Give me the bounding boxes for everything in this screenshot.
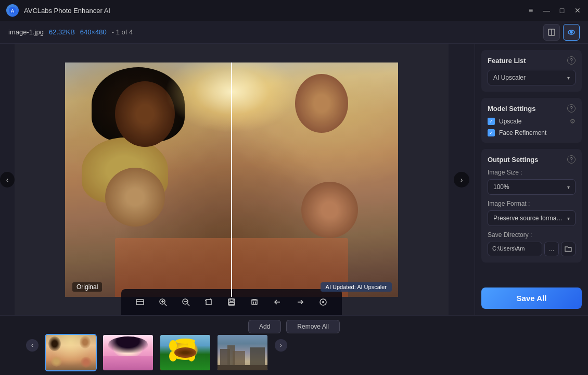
add-button[interactable]: Add bbox=[248, 320, 281, 333]
svg-rect-22 bbox=[252, 300, 257, 305]
scroll-left-button[interactable]: ‹ bbox=[26, 339, 39, 352]
right-panel: Feature List ? AI Upscaler ▾ Model Setti… bbox=[475, 44, 588, 315]
save-dir-label: Save Directory : bbox=[488, 231, 576, 239]
app-title: AVCLabs Photo Enhancer AI bbox=[24, 7, 527, 15]
add-remove-buttons: Add Remove All bbox=[248, 320, 340, 333]
file-size: 62.32KB bbox=[49, 28, 75, 36]
svg-rect-20 bbox=[229, 303, 234, 305]
file-name: image-1.jpg bbox=[8, 28, 44, 36]
thumb3-bg bbox=[160, 335, 210, 370]
face-refinement-row: Face Refinement bbox=[488, 129, 576, 136]
window-controls: ≡ — □ ✕ bbox=[527, 6, 582, 15]
output-settings-title: Output Settings bbox=[488, 156, 539, 164]
svg-rect-6 bbox=[136, 299, 144, 305]
resize-view-button[interactable] bbox=[543, 24, 560, 41]
photo-canvas: Original AI Updated: AI Upscaler bbox=[65, 63, 398, 297]
image-viewer: Original AI Updated: AI Upscaler bbox=[15, 44, 449, 315]
output-settings-section: Output Settings ? Image Size : 100% ▾ Im… bbox=[481, 149, 582, 262]
save-dir-input[interactable]: C:\Users\Am bbox=[488, 242, 542, 256]
svg-line-13 bbox=[187, 304, 189, 306]
title-bar: A AVCLabs Photo Enhancer AI ≡ — □ ✕ bbox=[0, 0, 588, 21]
next-image-button[interactable]: › bbox=[454, 172, 469, 188]
image-format-arrow: ▾ bbox=[567, 216, 570, 221]
save-dir-folder-button[interactable] bbox=[561, 242, 576, 256]
svg-point-5 bbox=[570, 31, 572, 33]
scroll-right-button[interactable]: › bbox=[275, 339, 287, 352]
file-count: - 1 of 4 bbox=[112, 28, 540, 36]
app-logo: A bbox=[6, 4, 19, 17]
image-size-label: Image Size : bbox=[488, 169, 576, 176]
compare-button[interactable] bbox=[315, 294, 331, 310]
prev-image-button[interactable]: ‹ bbox=[0, 172, 15, 188]
left-nav: ‹ bbox=[0, 44, 15, 315]
model-settings-title: Model Settings bbox=[488, 105, 535, 113]
thumbnail-1[interactable] bbox=[45, 334, 97, 371]
output-settings-help-icon[interactable]: ? bbox=[567, 155, 576, 164]
upscale-checkbox[interactable] bbox=[488, 118, 495, 125]
feature-list-help-icon[interactable]: ? bbox=[567, 56, 576, 65]
image-size-dropdown[interactable]: 100% ▾ bbox=[488, 179, 576, 195]
image-format-dropdown[interactable]: Preserve source forma… ▾ bbox=[488, 210, 576, 226]
feature-list-header: Feature List ? bbox=[488, 56, 576, 65]
upscale-label: Upscale bbox=[499, 118, 566, 125]
ai-badge: AI Updated: AI Upscaler bbox=[321, 282, 392, 292]
model-settings-help-icon[interactable]: ? bbox=[567, 104, 576, 113]
crop-button[interactable] bbox=[200, 294, 217, 310]
output-settings-header: Output Settings ? bbox=[488, 155, 576, 164]
save-all-button[interactable]: Save All bbox=[481, 288, 582, 309]
thumb4-bg bbox=[218, 335, 267, 370]
upscale-gear-icon[interactable]: ⚙ bbox=[570, 118, 576, 125]
face-refinement-checkbox[interactable] bbox=[488, 129, 495, 136]
svg-rect-19 bbox=[230, 299, 233, 302]
bottom-section: Add Remove All ‹ bbox=[0, 315, 588, 375]
svg-rect-18 bbox=[228, 299, 235, 305]
feature-list-dropdown[interactable]: AI Upscaler ▾ bbox=[488, 70, 576, 85]
original-label: Original bbox=[72, 282, 102, 292]
minimize-button[interactable]: — bbox=[542, 6, 551, 15]
zoom-in-button[interactable] bbox=[155, 294, 171, 310]
right-nav: › bbox=[449, 44, 475, 315]
image-format-label: Image Format : bbox=[488, 200, 576, 207]
prev-arrow-button[interactable] bbox=[269, 294, 286, 310]
zoom-out-button[interactable] bbox=[177, 294, 194, 310]
model-settings-header: Model Settings ? bbox=[488, 104, 576, 113]
thumbnail-4[interactable] bbox=[216, 334, 269, 371]
menu-button[interactable]: ≡ bbox=[527, 6, 535, 15]
image-size-arrow: ▾ bbox=[567, 184, 570, 190]
svg-text:A: A bbox=[11, 8, 15, 14]
upscale-row: Upscale ⚙ bbox=[488, 118, 576, 125]
model-settings-section: Model Settings ? Upscale ⚙ Face Refineme… bbox=[481, 98, 582, 143]
thumb2-bg bbox=[103, 335, 153, 370]
delete-button[interactable] bbox=[246, 294, 263, 310]
face-refinement-label: Face Refinement bbox=[499, 129, 576, 136]
thumb1-bg bbox=[46, 335, 96, 370]
main-content: ‹ bbox=[0, 44, 588, 315]
fit-screen-button[interactable] bbox=[132, 294, 148, 310]
svg-line-9 bbox=[164, 304, 167, 306]
feature-list-section: Feature List ? AI Upscaler ▾ bbox=[481, 50, 582, 92]
feature-list-title: Feature List bbox=[488, 57, 526, 65]
thumbnails-container bbox=[45, 334, 269, 371]
save-dir-dots-button[interactable]: ... bbox=[544, 242, 559, 256]
save-dir-row: C:\Users\Am ... bbox=[488, 242, 576, 256]
preview-button[interactable] bbox=[563, 24, 580, 41]
thumbnail-3[interactable] bbox=[159, 334, 211, 371]
split-line bbox=[231, 63, 232, 297]
svg-point-28 bbox=[322, 301, 324, 303]
maximize-button[interactable]: □ bbox=[558, 6, 566, 15]
image-format-value: Preserve source forma… bbox=[493, 215, 563, 222]
center-area: Original AI Updated: AI Upscaler bbox=[15, 44, 449, 315]
close-button[interactable]: ✕ bbox=[573, 6, 582, 15]
remove-all-button[interactable]: Remove All bbox=[286, 320, 340, 333]
top-bar: image-1.jpg 62.32KB 640×480 - 1 of 4 bbox=[0, 21, 588, 44]
next-arrow-button[interactable] bbox=[292, 294, 309, 310]
thumbnail-2[interactable] bbox=[102, 334, 154, 371]
image-size-value: 100% bbox=[493, 183, 509, 191]
file-dims: 640×480 bbox=[80, 28, 107, 36]
feature-list-value: AI Upscaler bbox=[493, 74, 526, 81]
feature-list-dropdown-arrow: ▾ bbox=[567, 75, 570, 81]
svg-rect-15 bbox=[206, 299, 211, 305]
